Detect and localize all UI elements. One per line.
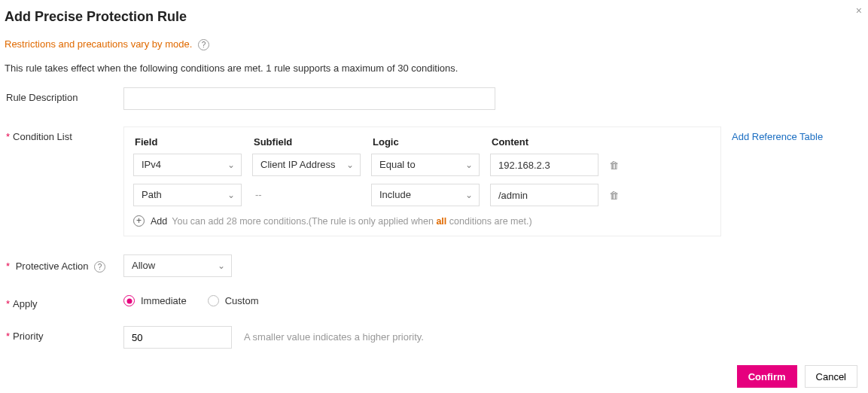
apply-custom-label: Custom <box>225 295 259 306</box>
add-reference-table-link[interactable]: Add Reference Table <box>732 126 823 236</box>
apply-custom-radio[interactable]: Custom <box>208 295 259 306</box>
label-priority: Priority <box>3 326 123 342</box>
chevron-down-icon: ⌄ <box>465 184 473 206</box>
priority-hint: A smaller value indicates a higher prior… <box>244 326 424 349</box>
subfield-select-value: Client IP Address <box>260 159 335 170</box>
logic-select[interactable]: Include ⌄ <box>371 184 480 206</box>
help-icon[interactable]: ? <box>94 261 105 273</box>
mode-warning-text: Restrictions and precautions vary by mod… <box>5 38 192 50</box>
label-condition-list: Condition List <box>3 126 123 142</box>
delete-condition-icon[interactable]: 🗑 <box>609 190 621 201</box>
cancel-button[interactable]: Cancel <box>805 365 857 388</box>
label-protective-action: Protective Action ? <box>3 254 123 273</box>
field-select-value: Path <box>142 189 162 200</box>
chevron-down-icon: ⌄ <box>465 154 473 175</box>
apply-radio-group: Immediate Custom <box>123 294 280 306</box>
chevron-down-icon: ⌄ <box>218 255 225 276</box>
content-input[interactable] <box>490 184 598 206</box>
add-all-word: all <box>436 216 446 227</box>
logic-select[interactable]: Equal to ⌄ <box>371 154 480 176</box>
protective-action-value: Allow <box>132 260 155 271</box>
radio-dot-icon <box>208 295 219 306</box>
col-header-logic: Logic <box>373 136 492 148</box>
delete-condition-icon[interactable]: 🗑 <box>609 160 621 171</box>
field-select[interactable]: IPv4 ⌄ <box>133 154 242 176</box>
logic-select-value: Equal to <box>379 159 416 170</box>
protective-action-select[interactable]: Allow ⌄ <box>123 254 232 277</box>
chevron-down-icon: ⌄ <box>346 154 354 175</box>
apply-immediate-label: Immediate <box>141 295 187 306</box>
label-rule-description: Rule Description <box>3 87 123 103</box>
condition-row: Path ⌄ -- Include ⌄ 🗑 <box>133 184 711 206</box>
chevron-down-icon: ⌄ <box>227 184 235 206</box>
condition-row: IPv4 ⌄ Client IP Address ⌄ Equal to ⌄ 🗑 <box>133 154 711 176</box>
condition-list-box: Field Subfield Logic Content IPv4 ⌄ Clie… <box>123 126 721 236</box>
rule-description-input[interactable] <box>123 87 495 110</box>
radio-dot-icon <box>123 295 135 306</box>
add-condition-hint: You can add 28 more conditions.(The rule… <box>172 216 531 227</box>
help-icon[interactable]: ? <box>198 39 209 50</box>
add-condition-link[interactable]: Add <box>151 216 167 227</box>
rule-description-help: This rule takes effect when the followin… <box>5 62 865 74</box>
col-header-subfield: Subfield <box>254 136 373 148</box>
close-icon[interactable]: × <box>856 5 862 17</box>
subfield-select[interactable]: Client IP Address ⌄ <box>252 154 361 176</box>
logic-select-value: Include <box>379 189 411 200</box>
plus-circle-icon[interactable]: + <box>133 215 145 227</box>
chevron-down-icon: ⌄ <box>227 154 235 175</box>
subfield-static: -- <box>252 184 361 206</box>
content-input[interactable] <box>490 154 598 176</box>
col-header-content: Content <box>492 136 611 148</box>
confirm-button[interactable]: Confirm <box>737 365 797 388</box>
field-select[interactable]: Path ⌄ <box>133 184 242 206</box>
dialog-title: Add Precise Protection Rule <box>5 9 865 25</box>
label-apply: Apply <box>3 294 123 309</box>
field-select-value: IPv4 <box>142 159 161 170</box>
col-header-field: Field <box>135 136 254 148</box>
priority-input[interactable] <box>123 326 232 349</box>
apply-immediate-radio[interactable]: Immediate <box>123 295 187 306</box>
